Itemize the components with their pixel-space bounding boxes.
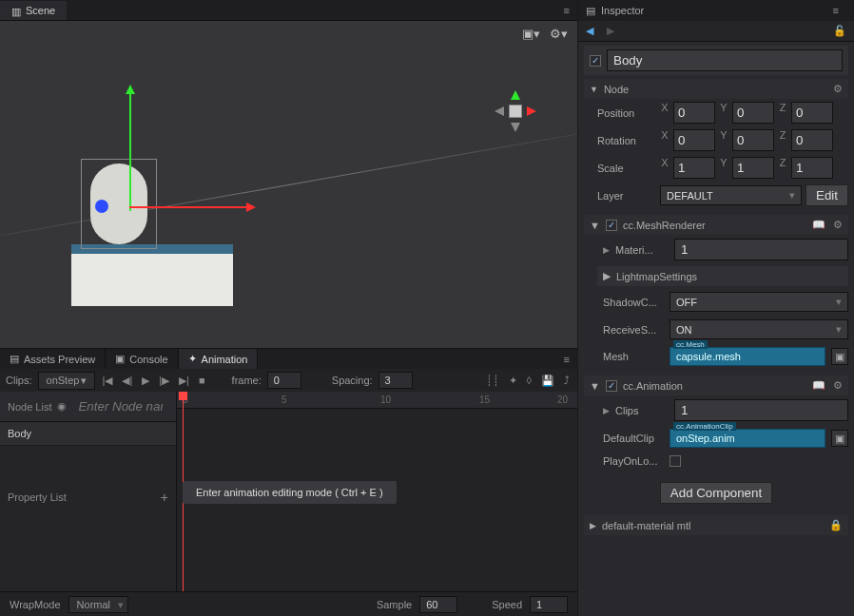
node-list-label: Node List xyxy=(8,401,51,413)
rotation-label: Rotation xyxy=(597,135,656,146)
frame-input[interactable]: 0 xyxy=(267,372,301,389)
tab-scene[interactable]: ▥ Scene xyxy=(0,1,67,20)
node-filter-input[interactable] xyxy=(72,396,168,416)
meshrenderer-enabled-checkbox[interactable] xyxy=(606,220,617,231)
scene-icon: ▥ xyxy=(11,6,21,15)
panel-menu-icon[interactable]: ≡ xyxy=(556,350,577,369)
animation-enabled-checkbox[interactable] xyxy=(606,380,617,392)
position-y-input[interactable] xyxy=(732,102,774,124)
panel-menu-icon[interactable]: ≡ xyxy=(556,1,577,20)
chevron-down-icon[interactable]: ▼ xyxy=(590,85,598,94)
sample-label: Sample xyxy=(377,599,412,610)
property-list-label: Property List xyxy=(8,491,67,503)
spacing-label: Spacing: xyxy=(332,375,373,386)
gizmo-z-axis[interactable] xyxy=(95,200,133,213)
frame-label: frame: xyxy=(232,375,262,386)
lightmap-settings-row[interactable]: ▶ LightmapSettings xyxy=(597,266,848,286)
mesh-label: Mesh xyxy=(603,351,664,362)
stop-button[interactable]: ■ xyxy=(197,375,207,386)
animation-icon: ✦ xyxy=(188,353,197,365)
first-frame-button[interactable]: |◀ xyxy=(101,375,115,387)
node-row-body[interactable]: Body xyxy=(0,422,176,446)
position-x-input[interactable] xyxy=(673,102,715,124)
keyframe-tool-icon[interactable]: ✦ xyxy=(507,375,519,387)
node-enabled-checkbox[interactable] xyxy=(590,55,601,67)
node-name-input[interactable] xyxy=(607,49,843,71)
save-anim-icon[interactable]: 💾 xyxy=(539,375,556,387)
assets-icon: ▤ xyxy=(10,353,19,365)
timeline-ruler[interactable]: 0 5 10 15 20 xyxy=(177,392,577,409)
scale-z-input[interactable] xyxy=(791,157,833,179)
position-z-input[interactable] xyxy=(791,102,833,124)
help-icon[interactable]: 📖 xyxy=(812,379,825,392)
lock-icon[interactable]: 🔓 xyxy=(833,25,846,37)
gizmo-y-axis[interactable] xyxy=(129,87,131,211)
mesh-asset-field[interactable]: cc.Mesh capsule.mesh xyxy=(670,347,825,366)
scale-label: Scale xyxy=(597,163,656,174)
node-section-label: Node xyxy=(604,84,629,95)
orientation-gizmo[interactable] xyxy=(492,87,539,135)
receiveshadow-select[interactable]: ON xyxy=(670,319,848,339)
tab-inspector-label: Inspector xyxy=(601,5,644,16)
edit-mode-hint: Enter animation editing mode ( Ctrl + E … xyxy=(183,481,397,504)
meshrenderer-title: cc.MeshRenderer xyxy=(623,220,706,231)
add-component-button[interactable]: Add Component xyxy=(660,482,772,504)
rotation-y-input[interactable] xyxy=(732,129,774,151)
receiveshadow-label: ReceiveS... xyxy=(603,324,664,336)
mesh-picker-button[interactable]: ▣ xyxy=(831,348,848,365)
exit-anim-icon[interactable]: ⤴ xyxy=(562,375,572,386)
wrapmode-select[interactable]: Normal xyxy=(68,596,128,613)
add-property-button[interactable]: + xyxy=(161,490,168,505)
inspector-icon: ▤ xyxy=(586,5,595,17)
gear-icon[interactable]: ⚙ xyxy=(833,379,843,392)
lock-icon[interactable]: 🔒 xyxy=(829,519,843,531)
camera-tool-icon[interactable]: ▣▾ xyxy=(522,27,540,41)
position-label: Position xyxy=(597,107,656,119)
tab-scene-label: Scene xyxy=(26,5,55,16)
next-frame-button[interactable]: |▶ xyxy=(157,375,171,387)
tab-assets-preview[interactable]: ▤ Assets Preview xyxy=(0,349,106,369)
materials-count-input[interactable] xyxy=(674,239,848,260)
scale-y-input[interactable] xyxy=(732,157,774,179)
sample-input[interactable]: 60 xyxy=(419,596,457,613)
gizmo-x-axis[interactable] xyxy=(129,206,253,208)
playonload-checkbox[interactable] xyxy=(670,455,681,467)
eye-icon[interactable]: ◉ xyxy=(57,400,67,413)
tab-console[interactable]: ▣ Console xyxy=(106,349,178,369)
rotation-z-input[interactable] xyxy=(791,129,833,151)
panel-menu-icon[interactable]: ≡ xyxy=(825,1,846,20)
chevron-right-icon[interactable]: ▶ xyxy=(603,245,610,255)
event-tool-icon[interactable]: ◊ xyxy=(525,375,534,386)
scale-x-input[interactable] xyxy=(673,157,715,179)
tab-animation[interactable]: ✦ Animation xyxy=(179,349,259,369)
rotation-x-input[interactable] xyxy=(673,129,715,151)
layer-label: Layer xyxy=(597,190,656,202)
chevron-right-icon[interactable]: ▶ xyxy=(603,406,610,415)
play-button[interactable]: ▶ xyxy=(140,375,151,387)
shadowcasting-select[interactable]: OFF xyxy=(670,292,848,312)
edit-layer-button[interactable]: Edit xyxy=(805,184,848,206)
gear-icon[interactable]: ⚙▾ xyxy=(550,27,568,41)
prev-frame-button[interactable]: ◀| xyxy=(120,375,134,387)
chevron-right-icon[interactable]: ▶ xyxy=(590,521,596,530)
defaultclip-picker-button[interactable]: ▣ xyxy=(831,430,848,447)
defaultclip-label: DefaultClip xyxy=(603,433,664,444)
spacing-input[interactable]: 3 xyxy=(378,372,413,389)
scene-viewport[interactable]: ▣▾ ⚙▾ xyxy=(0,21,577,348)
speed-input[interactable]: 1 xyxy=(530,596,568,613)
last-frame-button[interactable]: ▶| xyxy=(177,375,191,387)
chevron-down-icon[interactable]: ▼ xyxy=(590,220,600,231)
timeline-tool-icon[interactable]: ┊┊ xyxy=(484,375,501,387)
gear-icon[interactable]: ⚙ xyxy=(833,219,843,231)
history-forward-button[interactable]: ▶ xyxy=(607,25,614,37)
defaultclip-asset-field[interactable]: cc.AnimationClip onStep.anim xyxy=(670,429,825,448)
chevron-down-icon[interactable]: ▼ xyxy=(590,380,600,392)
clip-select[interactable]: onStep▾ xyxy=(38,372,95,390)
history-back-button[interactable]: ◀ xyxy=(586,25,593,37)
help-icon[interactable]: 📖 xyxy=(812,219,825,231)
wrapmode-label: WrapMode xyxy=(10,599,61,610)
layer-select[interactable]: DEFAULT xyxy=(660,185,802,205)
clips-count-input[interactable] xyxy=(674,399,848,421)
gear-icon[interactable]: ⚙ xyxy=(833,83,843,95)
clips-label: Clips: xyxy=(6,375,32,386)
